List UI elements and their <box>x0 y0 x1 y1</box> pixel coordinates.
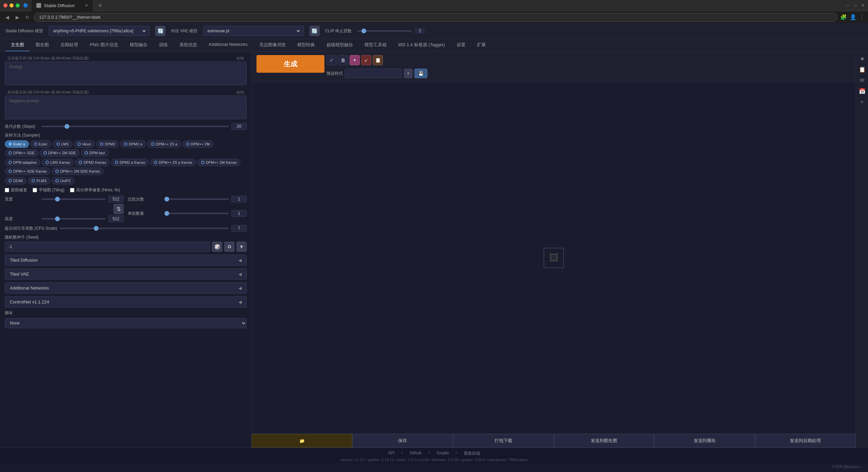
sampler-dpm2karras[interactable]: DPM2 Karras <box>75 159 110 166</box>
minimize-btn[interactable] <box>10 3 14 7</box>
to-extras-btn[interactable]: 发送到后期处理 <box>755 434 856 448</box>
positive-prompt-textarea[interactable] <box>5 62 247 85</box>
style-preset-input[interactable] <box>345 69 402 78</box>
sampler-dpmpp2msdekarras[interactable]: DPM++ 2M SDE Karras <box>52 168 104 175</box>
sampler-lmskarras[interactable]: LMS Karras <box>42 159 74 166</box>
footer-reload-link[interactable]: 重载前端 <box>464 451 480 456</box>
sampler-plms[interactable]: PLMS <box>28 177 50 185</box>
to-img2img-btn[interactable]: 发送到图生图 <box>554 434 654 448</box>
vae-refresh-btn[interactable]: 🔄 <box>309 26 320 36</box>
footer-github-link[interactable]: Github <box>409 451 421 456</box>
pink-btn[interactable]: ✦ <box>350 55 360 65</box>
height-slider[interactable] <box>41 218 106 220</box>
checkbox-face-restore[interactable]: 面部修复 <box>5 187 27 193</box>
checkbox-tiling-input[interactable] <box>33 188 37 192</box>
tab-additional[interactable]: Additional Networks <box>203 39 253 51</box>
cfg-scale-slider[interactable] <box>60 228 229 229</box>
sampler-dpmpp2mkarras[interactable]: DPM++ 2M Karras <box>197 159 241 166</box>
steps-slider[interactable] <box>41 126 229 127</box>
tab-txt2img[interactable]: 文生图 <box>5 39 30 51</box>
tab-img2img[interactable]: 图生图 <box>30 39 54 51</box>
tab-supermerge[interactable]: 超级模型融合 <box>321 39 358 51</box>
width-slider[interactable] <box>41 198 106 200</box>
checkbox-hires-fix-input[interactable] <box>70 188 74 192</box>
brown-btn[interactable]: 📋 <box>373 55 383 65</box>
tab-train[interactable]: 训练 <box>154 39 173 51</box>
tab-tagger[interactable]: WD 1.4 标签器 (Tagger) <box>393 39 450 51</box>
tab-pnginfo[interactable]: PNG 图片信息 <box>84 39 124 51</box>
new-tab-btn[interactable]: + <box>98 2 102 10</box>
sampler-dpm2a[interactable]: DPM2 a <box>120 140 146 148</box>
sampler-lms[interactable]: LMS <box>53 140 73 148</box>
refresh-button[interactable]: ↻ <box>24 14 31 21</box>
tab-extras[interactable]: 后期处理 <box>55 39 84 51</box>
trash-btn[interactable]: 🗑 <box>338 55 348 65</box>
sampler-dpm2akarras[interactable]: DPM2 a Karras <box>111 159 149 166</box>
negative-prompt-textarea[interactable] <box>5 95 247 119</box>
sampler-dpm2[interactable]: DPM2 <box>96 140 119 148</box>
tab-infinitegrid[interactable]: 无边图像浏览 <box>254 39 291 51</box>
save-btn[interactable]: 保存 <box>352 434 453 448</box>
footer-gradio-link[interactable]: Gradio <box>437 451 449 456</box>
seed-input[interactable] <box>5 242 210 252</box>
style-preset-clear-btn[interactable]: × <box>404 69 412 78</box>
close-icon[interactable]: ✕ <box>861 3 865 8</box>
sampler-dpmadaptive[interactable]: DPM adaptive <box>5 159 40 166</box>
vae-select-wrapper[interactable]: animevae.pt <box>203 26 304 36</box>
sampler-euler[interactable]: Euler <box>30 140 51 148</box>
total-count-slider[interactable] <box>164 198 229 200</box>
sampler-ddim[interactable]: DDIM <box>5 177 26 185</box>
script-select[interactable]: None <box>5 318 247 328</box>
profile-icon[interactable]: 👤 <box>850 14 856 20</box>
generate-button[interactable]: 生成 <box>256 55 324 73</box>
tab-merge[interactable]: 模型融合 <box>124 39 153 51</box>
sampler-dpmpp2msde[interactable]: DPM++ 2M SDE <box>40 149 79 157</box>
tiled-vae-header[interactable]: Tiled VAE ◀ <box>5 269 246 279</box>
to-inpaint-btn[interactable]: 发送到重绘 <box>654 434 755 448</box>
sidebar-history-icon[interactable]: 📋 <box>858 65 866 73</box>
tab-close-icon[interactable]: × <box>85 2 88 8</box>
checkbox-hires-fix[interactable]: 高分辨率修复 (Hires. fix) <box>70 187 120 193</box>
sampler-euler-a[interactable]: Euler a <box>5 140 29 148</box>
sidebar-bookmarks-icon[interactable]: ★ <box>858 54 866 63</box>
back-button[interactable]: ◀ <box>3 14 11 21</box>
sampler-dpmpp2s[interactable]: DPM++ 2S a <box>147 140 181 148</box>
check-btn[interactable]: ✓ <box>326 55 337 65</box>
checkbox-face-restore-input[interactable] <box>5 188 9 192</box>
footer-api-link[interactable]: API <box>388 451 394 456</box>
seed-dice-btn[interactable]: 🎲 <box>212 242 222 252</box>
tab-extensions[interactable]: 扩展 <box>472 39 491 51</box>
tab-sysinfo[interactable]: 系统信息 <box>174 39 202 51</box>
minimize-icon[interactable]: ─ <box>846 3 849 8</box>
menu-icon[interactable]: ⋮ <box>859 14 865 20</box>
sampler-dpmpp2m[interactable]: DPM++ 2M <box>182 140 214 148</box>
clip-slider[interactable] <box>357 30 411 32</box>
seed-recycle-btn[interactable]: ♻ <box>224 242 234 252</box>
folder-btn[interactable]: 📁 <box>252 434 352 448</box>
batch-size-slider[interactable] <box>164 213 229 214</box>
sidebar-calendar-icon[interactable]: 📅 <box>858 87 866 95</box>
sampler-dpmfast[interactable]: DPM fast <box>81 149 108 157</box>
tab-modeltools[interactable]: 模型工具箱 <box>359 39 392 51</box>
sampler-dpmppsde[interactable]: DPM++ SDE <box>5 149 38 157</box>
sidebar-mail-icon[interactable]: ✉ <box>858 76 866 84</box>
sampler-dpmppsdekarras[interactable]: DPM++ SDE Karras <box>5 168 50 175</box>
model-select-wrapper[interactable]: anything-v5-PrtRE.safetensors [7f96a1a9c… <box>49 26 150 36</box>
checkbox-tiling[interactable]: 平铺图 (Tiling) <box>33 187 65 193</box>
controlnet-header[interactable]: ControlNet v1.1.224 ◀ <box>5 297 246 307</box>
zip-btn[interactable]: 打包下载 <box>453 434 554 448</box>
maximize-btn[interactable] <box>16 3 20 7</box>
red-btn[interactable]: ↙ <box>361 55 371 65</box>
url-bar[interactable] <box>34 13 837 22</box>
sidebar-add-icon[interactable]: + <box>858 98 866 106</box>
seed-extra-btn[interactable]: ▼ <box>236 242 247 252</box>
sampler-heun[interactable]: Heun <box>74 140 95 148</box>
tab-settings[interactable]: 设置 <box>451 39 471 51</box>
tiled-diffusion-header[interactable]: Tiled Diffusion ◀ <box>5 255 246 265</box>
model-select-input[interactable]: anything-v5-PrtRE.safetensors [7f96a1a9c… <box>52 28 147 34</box>
additional-networks-header[interactable]: Additional Networks ◀ <box>5 283 246 293</box>
sampler-dpmpp2sakarras[interactable]: DPM++ 2S a Karras <box>150 159 196 166</box>
sampler-unipc[interactable]: UniPC <box>52 177 75 185</box>
model-refresh-btn[interactable]: 🔄 <box>155 26 165 36</box>
restore-icon[interactable]: □ <box>854 3 856 8</box>
